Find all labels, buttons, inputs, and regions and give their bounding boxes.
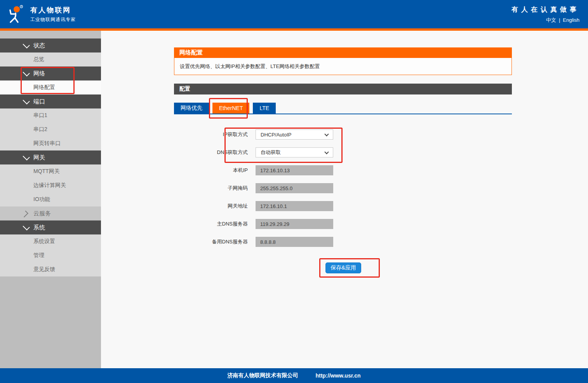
sidebar-item-management[interactable]: 管理 [0, 248, 101, 262]
footer-company: 济南有人物联网技术有限公司 [227, 372, 298, 379]
page: R 有人物联网 工业物联网通讯专家 有人在认真做事 中文 | English [0, 0, 588, 383]
chevron-down-icon [23, 97, 30, 104]
secondary-dns-label: 备用DNS服务器 [174, 238, 256, 245]
dns-mode-value: 自动获取 [261, 149, 281, 156]
main-area: 网络配置 设置优先网络、以太网IP相关参数配置、LTE网络相关参数配置 配置 网… [101, 31, 588, 368]
svg-text:R: R [21, 5, 22, 8]
body: 状态 总览 网络 网络配置 端口 串口1 串口2 网页转 [0, 31, 588, 368]
chevron-down-icon [324, 150, 329, 154]
sidebar-group-label: 端口 [33, 98, 45, 105]
sidebar-item-label: 边缘计算网关 [33, 182, 66, 189]
tab-bar: 网络优先 EtherNET LTE [174, 103, 512, 114]
local-ip-label: 本机IP [174, 167, 256, 174]
ip-mode-select[interactable]: DHCP/AutoIP [256, 129, 333, 140]
sidebar-spacer [0, 31, 101, 38]
page-description: 设置优先网络、以太网IP相关参数配置、LTE网络相关参数配置 [174, 58, 512, 75]
ip-mode-label: IP获取方式 [174, 131, 256, 138]
brand: R 有人物联网 工业物联网通讯专家 [5, 4, 76, 24]
chevron-down-icon [23, 69, 30, 76]
subnet-mask-label: 子网掩码 [174, 185, 256, 192]
form-row: 本机IP [174, 165, 512, 175]
lang-chinese-link[interactable]: 中文 [546, 17, 556, 24]
sidebar-group-network[interactable]: 网络 [0, 66, 101, 80]
usr-logo-icon: R [5, 4, 26, 24]
save-apply-button[interactable]: 保存&应用 [325, 262, 361, 273]
sidebar-filler [0, 276, 101, 368]
sidebar-group-label: 网络 [33, 70, 45, 77]
dns-mode-select[interactable]: 自动获取 [256, 147, 333, 157]
sidebar-group-label: 系统 [33, 224, 45, 231]
form-row: 主DNS服务器 [174, 219, 512, 229]
lang-divider: | [559, 17, 560, 23]
sidebar-group-label: 网关 [33, 154, 45, 161]
sidebar-item-system-settings[interactable]: 系统设置 [0, 234, 101, 248]
content: 网络配置 设置优先网络、以太网IP相关参数配置、LTE网络相关参数配置 配置 网… [174, 47, 512, 273]
tab-lte[interactable]: LTE [253, 103, 276, 114]
sidebar-group-ports[interactable]: 端口 [0, 94, 101, 108]
sidebar: 状态 总览 网络 网络配置 端口 串口1 串口2 网页转 [0, 31, 101, 368]
primary-dns-label: 主DNS服务器 [174, 220, 256, 227]
primary-dns-field [256, 219, 333, 229]
sidebar-group-cloud-service[interactable]: 云服务 [0, 206, 101, 220]
lang-english-link[interactable]: English [563, 17, 579, 23]
form-row: 备用DNS服务器 [174, 237, 512, 247]
sidebar-item-feedback[interactable]: 意见反馈 [0, 262, 101, 276]
chevron-down-icon [324, 132, 329, 136]
tab-ethernet[interactable]: EtherNET [212, 103, 249, 114]
sidebar-group-gateway[interactable]: 网关 [0, 150, 101, 164]
chevron-down-icon [23, 41, 30, 48]
header-right: 有人在认真做事 中文 | English [511, 5, 579, 24]
gateway-address-field [256, 201, 333, 211]
gateway-address-label: 网关地址 [174, 203, 256, 210]
brand-subtitle: 工业物联网通讯专家 [30, 16, 76, 23]
form-row: 子网掩码 [174, 183, 512, 193]
sidebar-item-label: MQTT网关 [33, 168, 60, 175]
sidebar-item-serial1[interactable]: 串口1 [0, 108, 101, 122]
sidebar-item-label: 意见反馈 [33, 266, 55, 273]
sidebar-item-label: 串口1 [33, 112, 47, 119]
form-row: IP获取方式 DHCP/AutoIP [174, 129, 512, 140]
sidebar-item-label: 网页转串口 [33, 140, 61, 147]
sidebar-item-network-config[interactable]: 网络配置 [0, 80, 101, 94]
sidebar-item-label: 网络配置 [33, 84, 55, 91]
footer: 济南有人物联网技术有限公司 http://www.usr.cn [0, 368, 588, 383]
page-title: 网络配置 [174, 47, 512, 58]
sidebar-item-edge-computing[interactable]: 边缘计算网关 [0, 178, 101, 192]
sidebar-item-label: 系统设置 [33, 238, 55, 245]
chevron-right-icon [21, 211, 28, 218]
sidebar-group-label: 云服务 [33, 210, 51, 217]
local-ip-field [256, 165, 333, 175]
ethernet-form: IP获取方式 DHCP/AutoIP DNS获取方式 自动获取 [174, 129, 512, 273]
footer-url-link[interactable]: http://www.usr.cn [315, 373, 360, 379]
sidebar-group-status[interactable]: 状态 [0, 38, 101, 52]
header: R 有人物联网 工业物联网通讯专家 有人在认真做事 中文 | English [0, 0, 588, 28]
chevron-down-icon [23, 223, 30, 230]
tab-network-priority[interactable]: 网络优先 [174, 103, 209, 114]
sidebar-item-label: 串口2 [33, 126, 47, 133]
sidebar-item-overview[interactable]: 总览 [0, 52, 101, 66]
form-row: DNS获取方式 自动获取 [174, 147, 512, 157]
section-title: 配置 [174, 84, 512, 94]
sidebar-item-label: 管理 [33, 252, 44, 259]
dns-mode-label: DNS获取方式 [174, 149, 256, 156]
ip-mode-value: DHCP/AutoIP [261, 132, 291, 138]
sidebar-group-system[interactable]: 系统 [0, 220, 101, 234]
language-switcher: 中文 | English [546, 17, 579, 24]
sidebar-item-mqtt-gateway[interactable]: MQTT网关 [0, 164, 101, 178]
save-row: 保存&应用 [174, 262, 512, 273]
sidebar-item-web-to-serial[interactable]: 网页转串口 [0, 136, 101, 150]
form-row: 网关地址 [174, 201, 512, 211]
sidebar-item-io-function[interactable]: IO功能 [0, 192, 101, 206]
sidebar-group-label: 状态 [33, 42, 45, 49]
slogan: 有人在认真做事 [511, 5, 579, 14]
subnet-mask-field [256, 183, 333, 193]
sidebar-item-label: IO功能 [33, 196, 50, 203]
brand-title: 有人物联网 [30, 5, 76, 15]
chevron-down-icon [23, 153, 30, 160]
secondary-dns-field [256, 237, 333, 247]
sidebar-item-serial2[interactable]: 串口2 [0, 122, 101, 136]
sidebar-item-label: 总览 [33, 56, 44, 63]
brand-text: 有人物联网 工业物联网通讯专家 [30, 5, 76, 23]
